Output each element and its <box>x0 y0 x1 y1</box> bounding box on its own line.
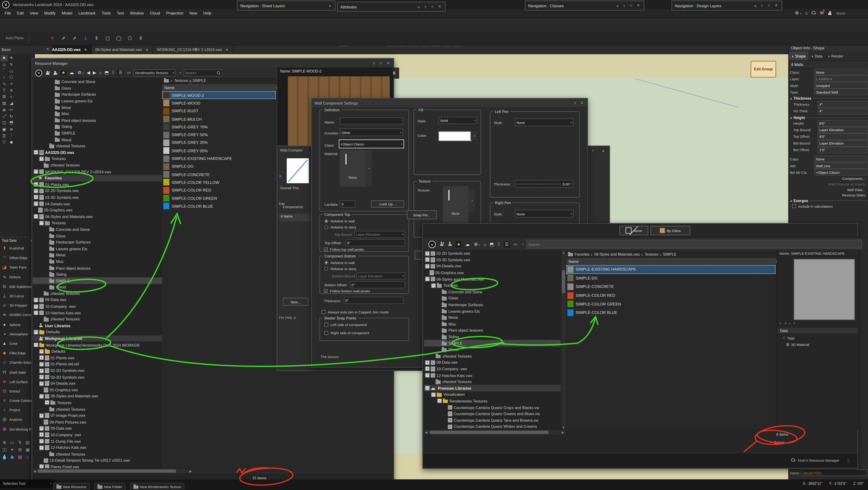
texture-item[interactable]: SIMPLE-COLOR YELLOW <box>162 179 276 186</box>
lambda-input[interactable]: 0 <box>340 201 355 208</box>
menu-item[interactable]: Tools <box>99 11 114 15</box>
mode-button[interactable]: ⇕ <box>136 33 146 42</box>
texture-by-class-button[interactable]: By Class <box>650 226 690 235</box>
popup-tree-hscrollbar[interactable]: ◀ ▶ <box>424 430 565 435</box>
expand-toggle-icon[interactable]: + <box>39 157 44 161</box>
top-bound-dropdown[interactable]: Layer Elevation▾ <box>354 231 405 238</box>
expand-toggle-icon[interactable]: + <box>39 432 44 437</box>
mode-button[interactable]: ◯ <box>114 33 124 42</box>
expand-toggle-icon[interactable]: + <box>425 264 430 269</box>
texture-item[interactable]: SIMPLE-MULCH <box>162 115 276 123</box>
texture-item[interactable]: SIMPLE-COLOR RED <box>162 186 276 194</box>
oip-field-row[interactable]: Thickness:4" <box>789 101 868 108</box>
expand-toggle-icon[interactable]: + <box>425 367 430 371</box>
texture-item[interactable]: SIMPLE-EXISTING HARDSCAPE <box>162 155 276 162</box>
texture-item[interactable]: SIMPLE-COLOR GREEN <box>566 300 776 308</box>
tree-item[interactable]: 05-Graphics.vwx <box>424 270 561 276</box>
render-sphere-icon[interactable]: ◑ <box>784 321 786 325</box>
vectorworks-libraries-icon[interactable]: V <box>429 240 436 248</box>
height-section-header[interactable]: Height <box>789 114 868 120</box>
tree-item[interactable]: Wood <box>424 346 561 353</box>
object-name-field[interactable]: SELECTED <box>801 469 868 476</box>
tree-item[interactable]: Leaves greens Etc <box>424 308 561 314</box>
cloud-libraries-icon[interactable] <box>465 242 471 247</box>
list-view-icon[interactable]: ☰ <box>504 241 510 247</box>
workgroup-libraries-icon[interactable] <box>439 242 444 246</box>
tool-set-item[interactable]: ⊓ Shell Solid <box>0 367 34 377</box>
menu-item[interactable]: Text <box>114 11 127 15</box>
user-libraries-icon[interactable] <box>53 71 58 75</box>
pin-icon[interactable]: ⊹ <box>766 3 771 8</box>
expand-toggle-icon[interactable]: − <box>431 283 436 288</box>
bottom-bound-dropdown[interactable]: Layer Elevation▾ <box>356 272 405 279</box>
basic-tool-icon[interactable]: ✂ <box>8 106 15 113</box>
pin-icon[interactable]: ⊹ <box>430 4 435 9</box>
oip-tab[interactable]: ◗Shape <box>789 52 809 60</box>
expand-toggle-icon[interactable]: + <box>39 465 44 468</box>
texture-item[interactable]: SIMPLE-GREY 05% <box>162 147 276 155</box>
palette-classes[interactable]: Navigation - Classes ≡? ⊹✕ <box>525 0 644 10</box>
oip-field-row[interactable]: Bel Atr Cls:<Object Class> <box>789 169 868 176</box>
expand-toggle-icon[interactable]: − <box>34 311 38 315</box>
tool-dropdown-arrow[interactable]: ▾ <box>50 482 52 485</box>
tree-item[interactable]: + 02-2D Symbols.vwx <box>424 250 561 256</box>
basic-tool-icon[interactable]: ⊕ <box>0 106 8 113</box>
fill-color-well[interactable] <box>438 131 471 141</box>
utility-icon[interactable]: ◫ <box>0 446 8 454</box>
mode-button[interactable]: ⇕ <box>92 33 101 42</box>
left-pen-thickness-dropdown[interactable]: 0.00▾ <box>515 180 574 188</box>
tool-set-item[interactable]: ⊥ 3D Locus <box>0 291 34 301</box>
oip-field-row[interactable]: Attr:Wall Line <box>789 162 868 169</box>
follow-bottom-peaks-checkbox[interactable] <box>324 289 328 293</box>
right-side-checkbox[interactable] <box>324 331 329 335</box>
oip-field-row[interactable]: Top Offset:9'0" <box>789 133 868 140</box>
basic-tool-icon[interactable]: ◢ <box>8 100 15 106</box>
breadcrumb-item[interactable]: Textures <box>644 252 663 256</box>
tree-item[interactable]: Misc <box>424 321 561 327</box>
favorites-icon[interactable]: ★ <box>456 241 462 247</box>
settings-gear-icon[interactable]: ⚙▾ <box>795 10 801 16</box>
menu-item[interactable]: Projection <box>163 11 186 15</box>
menu-item[interactable]: Help <box>200 11 214 15</box>
home-icon[interactable]: ⌂ <box>484 242 486 247</box>
vectorworks-libraries-icon[interactable]: V <box>35 69 42 76</box>
menu-item[interactable]: New <box>186 11 200 15</box>
close-tab-icon[interactable]: ✕ <box>144 47 150 52</box>
tree-item[interactable]: + 10-Company .vwx <box>424 366 561 372</box>
expand-toggle-icon[interactable]: − <box>39 445 44 450</box>
basic-tool-icon[interactable]: ⌗ <box>8 94 15 100</box>
tree-item[interactable]: Glass <box>424 295 561 302</box>
expand-toggle-icon[interactable]: − <box>39 394 44 399</box>
tree-item[interactable]: − 06-Styles and Materials.vwx <box>424 276 561 282</box>
tool-set-item[interactable]: ⊙ Edit Subdivision <box>0 282 34 291</box>
tree-item[interactable]: Plant object textures <box>424 327 561 334</box>
list-view-icon[interactable]: ☰ <box>117 70 124 75</box>
find-in-resource-manager-button[interactable]: Find in Resource Manager <box>798 458 839 462</box>
basic-tool-icon[interactable]: ▣ <box>0 126 8 133</box>
pin-icon[interactable]: ⊹ <box>628 3 633 8</box>
oip-field-row[interactable]: Caps:None <box>789 156 868 162</box>
select-button[interactable]: Select <box>774 440 784 445</box>
popup-list-column-header[interactable]: Name▼ <box>566 258 780 266</box>
help-icon[interactable]: ? <box>622 3 626 7</box>
basic-tool-icon[interactable]: ≋ <box>8 126 15 133</box>
expand-toggle-icon[interactable]: + <box>39 439 44 443</box>
data-section-header[interactable]: Data <box>777 328 858 333</box>
mode-button[interactable]: ⬠ <box>125 33 134 42</box>
oip-action-link[interactable]: Wall Data... <box>789 187 868 192</box>
breadcrumb-item[interactable]: Textures <box>174 79 193 82</box>
palette-attributes[interactable]: Attributes ≡? ⊹✕ <box>337 2 445 12</box>
texture-item[interactable]: SIMPLE-CONCRETE <box>162 171 276 179</box>
resource-action-button[interactable]: New Folder <box>94 483 125 490</box>
render-sphere-icon[interactable]: ◐ <box>779 321 782 325</box>
oip-field-row[interactable]: Bot Offset:1'0" <box>789 147 868 153</box>
expand-toggle-icon[interactable]: + <box>39 362 44 367</box>
expand-toggle-icon[interactable]: + <box>34 304 38 309</box>
name-input[interactable] <box>340 117 403 125</box>
texture-none-button[interactable]: None <box>619 226 648 235</box>
basic-tool-icon[interactable]: ≈ <box>8 81 15 87</box>
oip-action-link[interactable]: Reverse Sides <box>789 192 868 198</box>
collapse-breadcrumb-icon[interactable]: « <box>170 79 173 82</box>
grid-view-icon[interactable]: ⠿ <box>111 70 115 75</box>
basic-tool-icon[interactable]: ∿ <box>0 81 8 87</box>
